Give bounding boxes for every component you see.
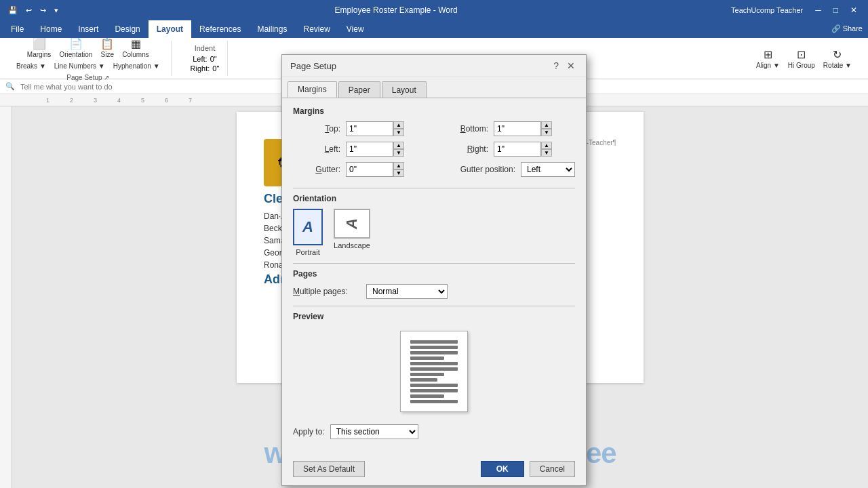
- dialog-footer-right: OK Cancel: [481, 461, 575, 477]
- margin-right-down[interactable]: ▼: [541, 149, 552, 157]
- maximize-button[interactable]: □: [828, 4, 844, 16]
- hyphenation-label: Hyphenation ▼: [113, 62, 160, 70]
- preview-line-10: [410, 389, 458, 392]
- multiple-pages-select[interactable]: Normal Mirror margins 2 pages per sheet …: [366, 284, 448, 299]
- tab-layout[interactable]: Layout: [149, 20, 191, 38]
- portrait-letter: A: [302, 218, 313, 236]
- hyphenation-button[interactable]: Hyphenation ▼: [111, 61, 163, 71]
- orientation-options: A Portrait A Landscape: [293, 209, 575, 256]
- close-button[interactable]: ✕: [845, 4, 863, 16]
- redo-button[interactable]: ↪: [37, 5, 49, 16]
- page-setup-launcher[interactable]: ↗: [104, 74, 109, 81]
- tab-mailings[interactable]: Mailings: [249, 20, 295, 38]
- dialog-footer: Set As Default OK Cancel: [282, 455, 586, 485]
- indent-left-label: Left:: [193, 55, 207, 63]
- breaks-button[interactable]: Breaks ▼: [14, 61, 49, 71]
- tab-view[interactable]: View: [338, 20, 372, 38]
- align-button[interactable]: ⊞ Align ▼: [753, 47, 783, 70]
- dialog-tab-layout[interactable]: Layout: [382, 81, 427, 98]
- margin-gutter-down[interactable]: ▼: [393, 169, 404, 177]
- multiple-pages-label: Multiple pages:: [293, 287, 361, 296]
- margin-gutter-input[interactable]: [346, 162, 393, 177]
- page-setup-group-label: Page Setup ↗: [66, 74, 109, 81]
- margins-button[interactable]: ⬜ Margins: [24, 36, 54, 60]
- separator-1: [293, 188, 575, 188]
- ruler-vertical: [0, 106, 12, 488]
- preview-line-9: [410, 384, 458, 387]
- preview-line-1: [410, 340, 458, 344]
- dialog-tab-margins[interactable]: Margins: [288, 81, 337, 98]
- tab-review[interactable]: Review: [295, 20, 338, 38]
- margin-right-row: Right: ▲ ▼: [441, 142, 575, 157]
- margin-cols: Top: ▲ ▼ Left: ▲: [293, 121, 575, 182]
- apply-to-label: Apply to:: [293, 427, 325, 436]
- margin-gutter-row: Gutter: ▲ ▼: [293, 162, 427, 177]
- preview-line-6: [410, 367, 458, 371]
- breaks-label: Breaks ▼: [16, 62, 46, 70]
- share-button[interactable]: 🔗 Share: [826, 20, 868, 38]
- margin-right-up[interactable]: ▲: [541, 142, 552, 149]
- landscape-box: A: [334, 209, 370, 239]
- set-as-default-button[interactable]: Set As Default: [293, 461, 365, 477]
- page-setup-dialog: Page Setup ? ✕ Margins Paper Layout Marg…: [281, 54, 587, 486]
- rotate-button[interactable]: ↻ Rotate ▼: [821, 47, 854, 70]
- margin-top-input[interactable]: [346, 121, 393, 136]
- group-icon: ⊡: [797, 48, 806, 61]
- orientation-icon: 📄: [69, 37, 83, 50]
- indent-left-value: 0": [210, 55, 217, 63]
- apply-to-select[interactable]: This section Whole document: [330, 424, 418, 439]
- dialog-tab-paper[interactable]: Paper: [338, 81, 380, 98]
- gutter-position-label: Gutter position:: [441, 165, 515, 174]
- ribbon-row-1: ⬜ Margins 📄 Orientation 📋 Size ▦ Columns: [24, 36, 152, 60]
- preview-lines: [410, 338, 458, 405]
- margin-gutter-spinner: ▲ ▼: [393, 162, 404, 177]
- margin-bottom-up[interactable]: ▲: [541, 121, 552, 129]
- portrait-option[interactable]: A Portrait: [293, 209, 323, 256]
- margin-left-down[interactable]: ▼: [393, 149, 404, 157]
- orientation-button[interactable]: 📄 Orientation: [56, 36, 95, 60]
- search-icon: 🔍: [5, 82, 15, 91]
- line-numbers-button[interactable]: Line Numbers ▼: [52, 61, 108, 71]
- margin-left-input[interactable]: [346, 142, 393, 157]
- margin-right-input[interactable]: [494, 142, 541, 157]
- margins-icon: ⬜: [33, 37, 46, 50]
- margin-left-label: Left:: [293, 144, 340, 154]
- minimize-button[interactable]: ─: [810, 4, 827, 16]
- user-name: TeachUcomp Teacher: [731, 6, 803, 14]
- preview-container: [293, 327, 575, 416]
- columns-button[interactable]: ▦ Columns: [119, 36, 151, 60]
- ribbon-group-page-setup: ⬜ Margins 📄 Orientation 📋 Size ▦ Columns: [5, 41, 172, 76]
- tab-references[interactable]: References: [191, 20, 249, 38]
- size-button[interactable]: 📋 Size: [98, 36, 117, 60]
- save-button[interactable]: 💾: [5, 5, 20, 16]
- arrange-row: ⊞ Align ▼ ⊡ Hi Group ↻ Rotate ▼: [753, 47, 854, 70]
- preview-line-7: [410, 373, 444, 376]
- margin-bottom-down[interactable]: ▼: [541, 129, 552, 136]
- title-bar-left: 💾 ↩ ↪ ▾: [5, 5, 61, 16]
- indent-right-label: Right:: [191, 64, 210, 73]
- preview-line-2: [410, 346, 458, 349]
- customize-button[interactable]: ▾: [52, 5, 61, 16]
- landscape-option[interactable]: A Landscape: [334, 209, 370, 256]
- group-button[interactable]: ⊡ Hi Group: [785, 47, 818, 70]
- margin-top-up[interactable]: ▲: [393, 121, 404, 129]
- margin-left-up[interactable]: ▲: [393, 142, 404, 149]
- dialog-close-button[interactable]: ✕: [564, 60, 578, 71]
- margin-left-spinner: ▲ ▼: [393, 142, 404, 157]
- dialog-help-button[interactable]: ?: [551, 60, 561, 71]
- gutter-position-select[interactable]: Left Top: [521, 162, 575, 177]
- margin-top-spinner: ▲ ▼: [393, 121, 404, 136]
- cancel-button[interactable]: Cancel: [530, 461, 575, 477]
- columns-icon: ▦: [131, 37, 141, 50]
- margin-left-input-group: ▲ ▼: [346, 142, 404, 157]
- tell-me-input[interactable]: [20, 83, 156, 91]
- margin-gutter-up[interactable]: ▲: [393, 162, 404, 169]
- undo-button[interactable]: ↩: [23, 5, 35, 16]
- margin-bottom-input[interactable]: [494, 121, 541, 136]
- margin-bottom-input-group: ▲ ▼: [494, 121, 552, 136]
- margin-top-down[interactable]: ▼: [393, 129, 404, 136]
- ok-button[interactable]: OK: [481, 461, 524, 477]
- indent-title: Indent: [195, 44, 216, 52]
- preview-title: Preview: [293, 312, 575, 321]
- dialog-title: Page Setup: [290, 61, 336, 71]
